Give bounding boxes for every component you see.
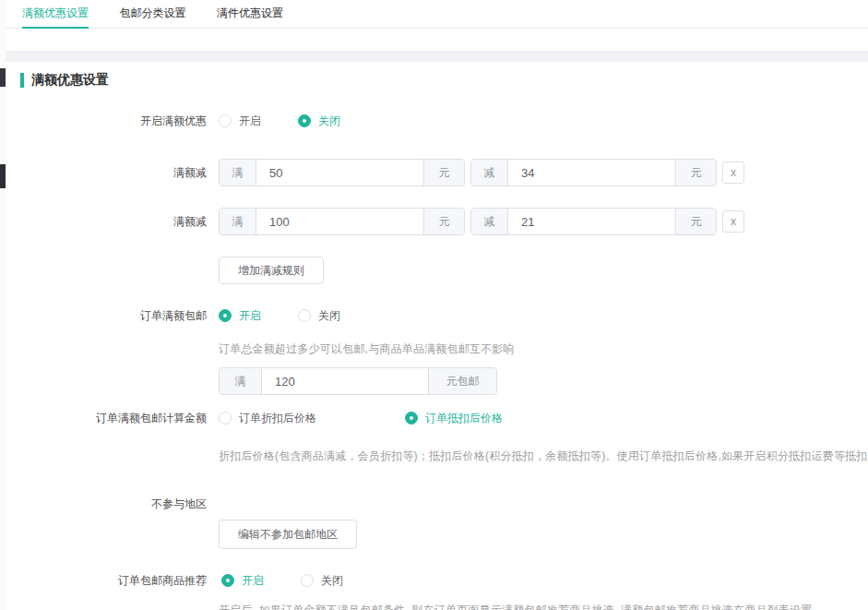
enable-off-radio[interactable]: 关闭 [298,114,340,129]
rule-label: 满额减 [6,165,207,181]
free-shipping-tip: 订单总金额超过多少可以包邮,与商品单品满额包邮互不影响 [219,341,515,357]
radio-label: 关闭 [318,308,340,324]
threshold-row: 满 元包邮 [6,367,868,395]
prefix-man: 满 [220,368,262,394]
recommend-on-radio[interactable]: 开启 [221,573,264,589]
radio-label: 开启 [239,308,261,324]
tabs-nav: 满额优惠设置 包邮分类设置 满件优惠设置 [6,0,868,29]
radio-icon [219,309,232,322]
tab-free-shipping-category[interactable]: 包邮分类设置 [119,0,185,27]
calc-tip-row: 折扣后价格(包含商品满减，会员折扣等)；抵扣后价格(积分抵扣，余额抵扣等)。使用… [6,449,868,463]
rule1-min-group: 满 元 [219,159,465,186]
add-rule-button[interactable]: 增加满减规则 [219,257,324,284]
radio-icon [405,412,418,425]
recommend-label: 订单包邮商品推荐 [6,573,207,589]
recommend-tip: 开启后, 如果订单金额不满足包邮条件, 则在订单页面显示满额包邮推荐商品挑选, … [219,603,812,610]
suffix-yuan: 元 [423,209,464,234]
rule1-discount-amount-input[interactable] [508,160,675,185]
rule1-min-amount-input[interactable] [256,160,423,185]
tab-full-amount-discount[interactable]: 满额优惠设置 [22,0,89,29]
radio-icon [221,574,234,587]
suffix-yuan: 元 [423,160,464,185]
rule2-min-group: 满 元 [219,208,465,235]
free-shipping-on-radio[interactable]: 开启 [219,308,261,324]
calc-discounted-price-radio[interactable]: 订单折扣后价格 [219,411,316,426]
edit-regions-row: 编辑不参加包邮地区 [6,520,868,549]
calc-amount-label: 订单满额包邮计算金额 [6,411,207,426]
calc-tip: 折扣后价格(包含商品满减，会员折扣等)；抵扣后价格(积分抵扣，余额抵扣等)。使用… [219,449,868,463]
excluded-regions-label: 不参与地区 [6,496,207,512]
prefix-jian: 减 [471,160,508,185]
recommend-off-radio[interactable]: 关闭 [301,573,343,589]
radio-icon [219,412,232,425]
section-title: 满额优惠设置 [31,72,109,89]
free-shipping-off-radio[interactable]: 关闭 [298,308,340,324]
rule1-remove-button[interactable]: x [722,161,744,184]
rule2-discount-group: 减 元 [470,208,717,235]
rule2-discount-amount-input[interactable] [508,209,675,234]
tab-full-quantity-discount[interactable]: 满件优惠设置 [217,0,283,27]
recommend-tip-row: 开启后, 如果订单金额不满足包邮条件, 则在订单页面显示满额包邮推荐商品挑选, … [6,603,868,610]
order-free-shipping-row: 订单满额包邮 开启 关闭 [6,307,868,324]
radio-icon [298,114,311,127]
edit-regions-button[interactable]: 编辑不参加包邮地区 [219,520,357,549]
enable-discount-row: 开启满额优惠 开启 关闭 [6,113,868,129]
calc-deducted-price-radio[interactable]: 订单抵扣后价格 [405,411,503,426]
threshold-amount-input[interactable] [262,368,428,394]
free-shipping-tip-row: 订单总金额超过多少可以包邮,与商品单品满额包邮互不影响 [6,341,868,356]
tabs-bar: 满额优惠设置 包邮分类设置 满件优惠设置 [6,0,868,51]
radio-icon [298,309,311,322]
prefix-man: 满 [220,160,256,185]
prefix-man: 满 [220,209,256,234]
recommend-row: 订单包邮商品推荐 开启 关闭 [6,572,868,589]
settings-panel: 满额优惠设置 开启满额优惠 开启 关闭 满额减 满 元 减 [6,62,868,610]
rule-row-2: 满额减 满 元 减 元 x [6,208,868,235]
tabs-divider [6,28,868,29]
radio-label: 关闭 [321,573,343,589]
excluded-regions-row: 不参与地区 [6,496,868,511]
rule1-discount-group: 减 元 [470,159,717,186]
suffix-yuan: 元 [675,209,716,234]
section-header: 满额优惠设置 [20,72,109,89]
radio-icon [219,114,232,127]
radio-label: 开启 [242,573,264,589]
rule2-remove-button[interactable]: x [722,210,744,233]
rule-label: 满额减 [6,214,207,230]
radio-icon [301,574,314,587]
calc-amount-row: 订单满额包邮计算金额 订单折扣后价格 订单抵扣后价格 [6,410,868,426]
order-free-shipping-label: 订单满额包邮 [6,308,207,324]
radio-label: 开启 [239,114,261,129]
prefix-jian: 减 [471,209,508,234]
rule-row-1: 满额减 满 元 减 元 x [6,159,868,186]
threshold-group: 满 元包邮 [219,367,497,395]
enable-discount-label: 开启满额优惠 [6,114,207,129]
radio-label: 订单折扣后价格 [239,411,316,426]
radio-label: 关闭 [318,114,340,129]
radio-label: 订单抵扣后价格 [425,411,503,426]
enable-on-radio[interactable]: 开启 [219,114,261,129]
rule2-min-amount-input[interactable] [256,209,423,234]
add-rule-row: 增加满减规则 [6,257,868,284]
suffix-yuan-baoyou: 元包邮 [428,368,496,394]
section-accent-bar [20,73,24,88]
suffix-yuan: 元 [675,160,716,185]
